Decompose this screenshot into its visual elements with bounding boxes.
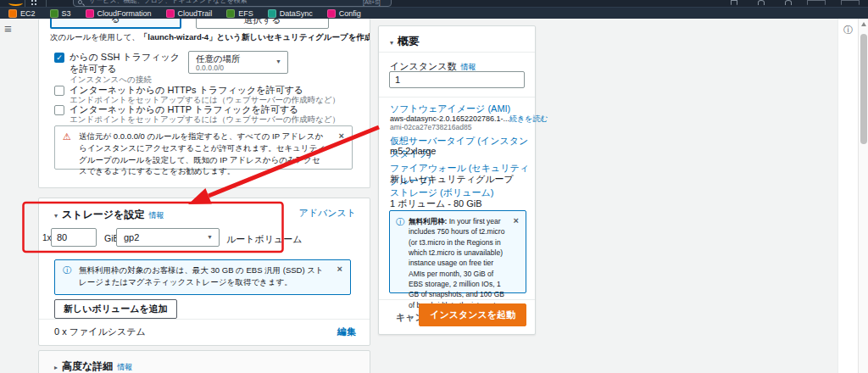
instance-count-input[interactable] (389, 71, 525, 88)
top-navbar: [Alt+S] (0, 0, 868, 7)
caret-right-icon: ▸ (54, 364, 58, 371)
notifications-bell-icon[interactable] (758, 0, 765, 5)
storage-divider (39, 319, 370, 320)
firewall-value: 新しいセキュリティグループ (390, 173, 514, 186)
configure-storage-panel: ▾ストレージを設定情報 アドバンスト 1x GiB gp2 ▼ ルートボリューム… (38, 198, 370, 346)
favorite-s3[interactable]: S3 (50, 9, 71, 18)
apps-grid-icon[interactable] (31, 0, 38, 7)
storage-section-header[interactable]: ▾ストレージを設定情報 (54, 206, 164, 222)
cloudformation-service-icon (86, 9, 94, 18)
allow-http-checkbox[interactable] (54, 105, 64, 115)
security-group-panel: る 選択する 次のルールを使用して、「launch-wizard-4」という新し… (38, 19, 370, 188)
summary-divider (379, 97, 535, 97)
scrollbar[interactable] (858, 19, 868, 373)
instance-count-info-link[interactable]: 情報 (461, 63, 476, 71)
advanced-link[interactable]: アドバンスト (298, 207, 356, 220)
free-tier-text: 無料利用枠: In your first year includes 750 h… (409, 216, 509, 310)
volume-size-input[interactable] (51, 228, 97, 247)
scrollbar-thumb[interactable] (860, 34, 867, 144)
search-shortcut-hint: [Alt+S] (363, 0, 381, 5)
launch-instance-button[interactable]: インスタンスを起動 (419, 303, 526, 326)
ec2-service-icon (8, 9, 17, 18)
ami-name: aws-datasync-2.0.1652202786.1-... (390, 114, 509, 123)
advanced-details-title: 高度な詳細 (62, 360, 113, 372)
ami-id: ami-02ca27e738216ad85 (390, 123, 471, 131)
close-icon[interactable]: × (337, 264, 342, 274)
summary-panel: ▾概要 インスタンス数情報 ソフトウェアイメージ (AMI) aws-datas… (378, 25, 536, 335)
summary-divider (379, 52, 535, 53)
info-icon: ⓘ (63, 264, 71, 276)
storage-info-link[interactable]: 情報 (148, 211, 164, 220)
menu-icon[interactable]: ≡ (4, 21, 12, 36)
allow-ssh-checkbox[interactable]: ✓ (54, 53, 64, 63)
favorite-efs[interactable]: EFS (226, 9, 253, 18)
info-panel-icon[interactable]: ⓘ (843, 24, 853, 36)
allow-http-sublabel: エンドポイントをセットアップするには（ウェブサーバーの作成時など） (70, 114, 340, 125)
close-icon[interactable]: × (514, 215, 519, 225)
file-systems-label: 0 x ファイルシステム (54, 326, 146, 338)
free-tier-box: ⓘ 無料利用枠: In your first year includes 750… (389, 210, 526, 293)
search-icon (78, 0, 82, 4)
volume-type-select[interactable]: gp2 ▼ (116, 228, 220, 247)
summary-title: 概要 (398, 35, 420, 47)
account-menu[interactable] (841, 0, 860, 5)
aws-logo-icon[interactable] (8, 0, 23, 6)
check-icon: ✓ (56, 53, 63, 62)
nav-divider (46, 0, 47, 7)
free-tier-body: In your first year includes 750 hours of… (409, 217, 504, 309)
allow-ssh-label: からの SSH トラフィックを許可する (70, 51, 181, 75)
volume-type-value: gp2 (124, 232, 139, 242)
root-volume-label: ルートボリューム (226, 233, 303, 246)
console-search-input[interactable] (73, 0, 392, 7)
summary-header[interactable]: ▾概要 (390, 33, 420, 49)
read-more-link[interactable]: 続きを読む (509, 114, 548, 123)
help-icon[interactable] (785, 0, 792, 5)
option-card-text: る (52, 19, 180, 25)
storage-section-title: ストレージを設定 (62, 209, 144, 220)
nav-divider (25, 0, 25, 7)
scroll-up-arrow-icon[interactable] (861, 22, 866, 26)
advanced-info-link[interactable]: 情報 (117, 363, 132, 371)
warning-text: 送信元が 0.0.0.0/0 のルールを指定すると、すべての IP アドレスから… (79, 131, 328, 177)
advanced-details-header[interactable]: ▸高度な詳細情報 (54, 358, 132, 373)
chevron-down-icon: ▼ (207, 234, 213, 240)
chevron-down-icon: ▼ (275, 58, 281, 64)
favorite-datasync[interactable]: DataSync (268, 9, 313, 18)
summary-storage-value: 1 ボリューム - 80 GiB (390, 198, 482, 210)
info-icon: ⓘ (396, 216, 404, 228)
favorite-cloudformation[interactable]: CloudFormation (86, 9, 152, 18)
option-card-text: 選択する (197, 19, 328, 26)
caret-down-icon: ▾ (54, 212, 58, 220)
add-volume-button[interactable]: 新しいボリュームを追加 (54, 299, 177, 319)
summary-footer-divider (379, 299, 535, 300)
advanced-details-panel: ▸高度な詳細情報 (38, 350, 370, 373)
favorites-bar: EC2 S3 CloudFormation CloudTrail EFS Dat… (0, 7, 868, 19)
warning-icon: ⚠ (63, 131, 71, 142)
cloudshell-icon[interactable] (731, 0, 737, 5)
storage-free-tier-note-box: ⓘ 無料利用枠の対象のお客様は、最大 30 GB の EBS 汎用 (SSD) … (54, 259, 351, 295)
open-cidr-warning-box: ⚠ 送信元が 0.0.0.0/0 のルールを指定すると、すべての IP アドレス… (54, 125, 353, 170)
s3-service-icon (50, 9, 58, 18)
region-selector[interactable] (807, 0, 826, 5)
ssh-source-cidr: 0.0.0.0/0 (196, 64, 224, 72)
create-security-group-option-card[interactable]: る (50, 19, 181, 29)
cloudtrail-service-icon (166, 9, 175, 18)
caret-down-icon: ▾ (390, 39, 393, 47)
edit-file-systems-link[interactable]: 編集 (337, 326, 356, 338)
favorite-ec2[interactable]: EC2 (8, 9, 36, 18)
datasync-service-icon (268, 9, 276, 18)
help-rail: ⓘ (837, 19, 858, 373)
close-icon[interactable]: × (339, 131, 344, 141)
ssh-source-select[interactable]: 任意の場所 0.0.0.0/0 ▼ (188, 51, 288, 74)
efs-service-icon (226, 9, 235, 18)
config-service-icon (327, 9, 336, 18)
storage-free-tier-text: 無料利用枠の対象のお客様は、最大 30 GB の EBS 汎用 (SSD) スト… (79, 264, 325, 288)
favorite-cloudtrail[interactable]: CloudTrail (166, 9, 213, 18)
allow-https-checkbox[interactable] (54, 86, 64, 96)
instance-type-value: m5.2xlarge (390, 146, 436, 156)
volume-count-label: 1x (42, 233, 52, 242)
favorite-config[interactable]: Config (327, 9, 361, 18)
security-group-intro: 次のルールを使用して、「launch-wizard-4」という新しいセキュリティ… (50, 32, 365, 43)
select-existing-security-group-option-card[interactable]: 選択する (196, 19, 329, 29)
free-tier-title: 無料利用枠: (409, 217, 447, 225)
